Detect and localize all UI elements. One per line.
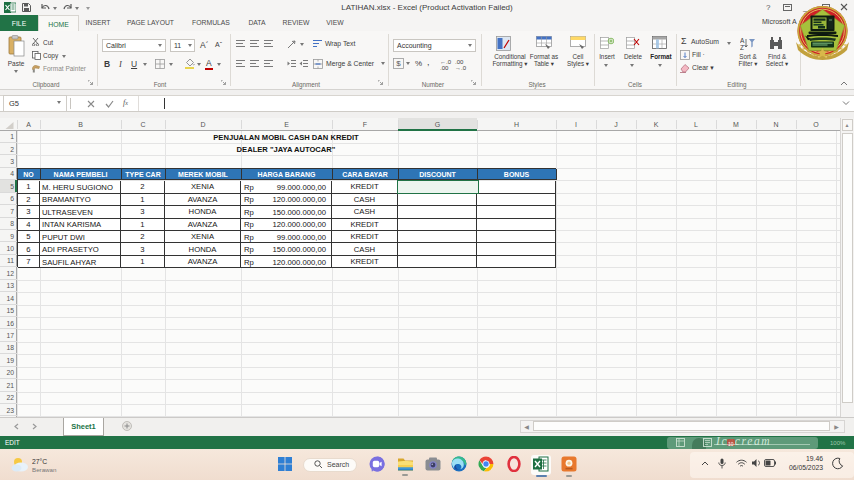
svg-text:A: A — [740, 37, 745, 44]
svg-text:$: $ — [396, 59, 401, 68]
svg-text:Z: Z — [740, 44, 744, 51]
